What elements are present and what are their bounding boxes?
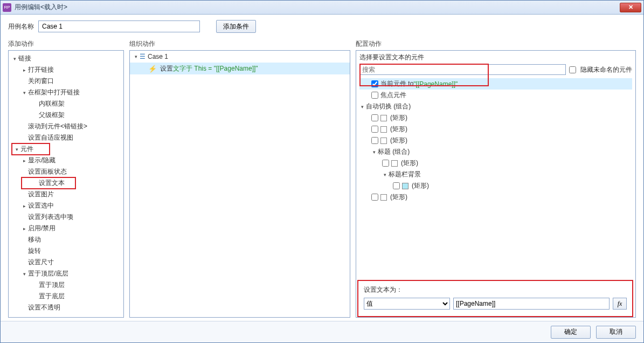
ok-button[interactable]: 确定: [551, 326, 591, 339]
rect-item[interactable]: (矩形): [359, 180, 632, 191]
dialog-window: RP 用例编辑<载入时> ✕ 用例名称 添加条件 添加动作 ▾链接 ▸打开链接 …: [0, 0, 644, 343]
value-type-select[interactable]: 值: [364, 298, 450, 310]
set-text-as-label: 设置文本为：: [364, 285, 627, 294]
titlebar-bg-group[interactable]: ▾ 标题栏背景: [359, 169, 632, 180]
tree-bring-front-back[interactable]: 置于顶层/底层: [28, 269, 68, 278]
case-name-label: 用例名称: [8, 22, 34, 31]
app-icon: RP: [3, 3, 11, 12]
rect-item[interactable]: (矩形): [359, 135, 632, 146]
tree-set-image[interactable]: 设置图片: [28, 190, 54, 199]
add-condition-button[interactable]: 添加条件: [216, 20, 256, 33]
tree-rotate[interactable]: 旋转: [28, 246, 41, 256]
caret-down-icon: ▾: [371, 149, 377, 155]
rect-swatch-icon: [380, 115, 387, 121]
auto-switch-label: 自动切换 (组合): [366, 102, 411, 111]
cancel-button[interactable]: 取消: [596, 326, 636, 339]
case-icon: ☰: [140, 53, 146, 60]
close-button[interactable]: ✕: [620, 3, 641, 12]
widget-search-input[interactable]: [359, 64, 566, 75]
caret-right-icon: ▸: [22, 67, 27, 73]
select-widget-label: 选择要设置文本的元件: [356, 51, 635, 63]
case-set-text-row[interactable]: ⚡ 设置 文字于 This = "[[PageName]]": [130, 63, 350, 74]
fx-button[interactable]: fx: [613, 298, 627, 310]
hide-unnamed-text: 隐藏未命名的元件: [580, 65, 632, 74]
set-text-row: 值 fx: [364, 298, 627, 310]
tree-open-link[interactable]: 打开链接: [28, 65, 54, 74]
highlight-box-bottom: 设置文本为： 值 fx: [357, 280, 633, 317]
rect-checkbox[interactable]: [371, 126, 378, 133]
tree-enable-disable[interactable]: 启用/禁用: [28, 224, 56, 233]
tree-open-in-frame[interactable]: 在框架中打开链接: [28, 88, 80, 97]
case-name-input[interactable]: [38, 20, 200, 32]
action-tree[interactable]: ▾链接 ▸打开链接 ·关闭窗口 ▾在框架中打开链接 ·内联框架 ·父级框架 ·滚…: [9, 51, 123, 315]
tree-widgets[interactable]: 元件: [20, 145, 33, 154]
caret-down-icon: ▾: [382, 172, 387, 177]
app-icon-text: RP: [4, 5, 10, 10]
rect-item[interactable]: (矩形): [359, 124, 632, 135]
close-icon: ✕: [628, 4, 633, 11]
tree-set-list-selected[interactable]: 设置列表选中项: [28, 212, 73, 222]
title-group[interactable]: ▾ 标题 (组合): [359, 146, 632, 157]
caret-down-icon: ▾: [12, 56, 17, 61]
hide-unnamed-checkbox[interactable]: [569, 66, 576, 73]
auto-switch-group[interactable]: ▾ 自动切换 (组合): [359, 101, 632, 112]
current-widget-value: "[[PageName]]": [413, 80, 458, 88]
caret-down-icon: ▾: [133, 54, 139, 59]
tree-bring-front[interactable]: 置于顶层: [39, 280, 65, 290]
rect-checkbox[interactable]: [382, 160, 389, 167]
rect-label: (矩形): [412, 181, 429, 190]
tree-set-panel-state[interactable]: 设置面板状态: [28, 167, 67, 176]
current-widget-checkbox[interactable]: [371, 80, 378, 87]
rect-label: (矩形): [401, 159, 418, 168]
tree-set-adaptive[interactable]: 设置自适应视图: [28, 133, 73, 142]
tree-set-text[interactable]: 设置文本: [39, 179, 65, 188]
set-text-value-input[interactable]: [453, 298, 610, 310]
rect-swatch-icon: [380, 126, 387, 133]
tree-close-window[interactable]: 关闭窗口: [28, 77, 54, 86]
configure-action-panel: 选择要设置文本的元件 隐藏未命名的元件 当前元件 to: [356, 50, 636, 318]
configure-action-header: 配置动作: [356, 39, 636, 50]
tree-inline-frame[interactable]: 内联框架: [39, 99, 65, 108]
lightning-icon: ⚡: [148, 65, 157, 73]
focus-widget-label: 焦点元件: [380, 91, 406, 100]
focus-widget-checkbox[interactable]: [371, 92, 378, 99]
hide-unnamed-label[interactable]: 隐藏未命名的元件: [569, 65, 632, 74]
rect-item[interactable]: (矩形): [359, 112, 632, 124]
rect-label: (矩形): [390, 125, 407, 134]
rect-item[interactable]: (矩形): [359, 191, 632, 203]
title-group-label: 标题 (组合): [378, 147, 410, 156]
tree-scroll-anchor[interactable]: 滚动到元件<错链接>: [28, 122, 87, 131]
rect-checkbox[interactable]: [371, 137, 378, 144]
tree-move[interactable]: 移动: [28, 235, 41, 244]
rect-item[interactable]: (矩形): [359, 157, 632, 169]
organize-action-panel: ▾ ☰ Case 1 ⚡ 设置 文字于 This = "[[PageName]]…: [129, 50, 350, 318]
caret-right-icon: ▸: [22, 226, 27, 231]
widget-tree[interactable]: 当前元件 to "[[PageName]]" 焦点元件 ▾ 自动切换 (组合): [356, 77, 635, 280]
rect-label: (矩形): [390, 113, 407, 122]
tree-links[interactable]: 链接: [18, 54, 31, 63]
rect-label: (矩形): [390, 136, 407, 145]
focus-widget-item[interactable]: 焦点元件: [359, 90, 632, 101]
add-action-column: 添加动作 ▾链接 ▸打开链接 ·关闭窗口 ▾在框架中打开链接 ·内联框架 ·父级…: [8, 39, 124, 318]
caret-down-icon: ▾: [22, 271, 27, 277]
case-label: Case 1: [148, 53, 168, 60]
rect-checkbox[interactable]: [371, 114, 378, 121]
add-action-panel: ▾链接 ▸打开链接 ·关闭窗口 ▾在框架中打开链接 ·内联框架 ·父级框架 ·滚…: [8, 50, 124, 318]
tree-send-back[interactable]: 置于底层: [39, 292, 65, 301]
case-row[interactable]: ▾ ☰ Case 1: [130, 51, 350, 63]
rect-checkbox[interactable]: [371, 194, 378, 201]
rect-swatch-icon: [380, 194, 387, 201]
tree-set-selected[interactable]: 设置选中: [28, 201, 54, 210]
tree-show-hide[interactable]: 显示/隐藏: [28, 156, 56, 165]
rect-checkbox[interactable]: [393, 182, 400, 189]
columns-container: 添加动作 ▾链接 ▸打开链接 ·关闭窗口 ▾在框架中打开链接 ·内联框架 ·父级…: [8, 39, 636, 318]
tree-set-size[interactable]: 设置尺寸: [28, 258, 54, 267]
titlebar-bg-label: 标题栏背景: [389, 170, 421, 179]
dialog-footer: 确定 取消: [1, 321, 643, 342]
caret-down-icon: ▾: [22, 90, 27, 95]
tree-parent-frame[interactable]: 父级框架: [39, 111, 65, 120]
configure-action-column: 配置动作 选择要设置文本的元件 隐藏未命名的元件: [356, 39, 636, 318]
current-widget-item[interactable]: 当前元件 to "[[PageName]]": [359, 78, 632, 90]
rect-label: (矩形): [390, 193, 407, 202]
tree-set-opacity[interactable]: 设置不透明: [28, 303, 60, 312]
